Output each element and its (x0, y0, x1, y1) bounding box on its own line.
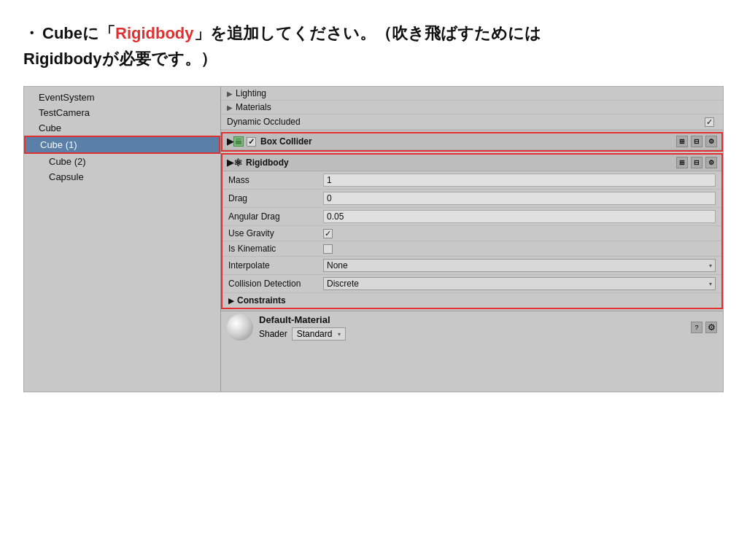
collision-detection-value: Discrete (327, 279, 359, 289)
interpolate-label: Interpolate (228, 260, 323, 271)
box-collider-header[interactable]: ▶ Box Collider ⊞ ⊟ ⚙ (222, 133, 721, 150)
shader-value: Standard (297, 329, 333, 339)
collision-detection-row: Collision Detection Discrete ▾ (222, 275, 721, 293)
material-gear-icon[interactable] (705, 322, 717, 333)
collision-detection-arrow-icon: ▾ (709, 281, 712, 287)
interpolate-dropdown[interactable]: None ▾ (323, 259, 716, 272)
hierarchy-panel: EventSystem TestCamera Cube Cube (1) Cub… (24, 87, 221, 392)
drag-row: Drag 0 (222, 190, 721, 208)
rigidbody-icon: ⚛ (233, 157, 243, 168)
hierarchy-item-eventsystem[interactable]: EventSystem (24, 90, 220, 105)
rigidbody-arrow: ▶ (227, 158, 233, 168)
box-collider-layout-icon[interactable]: ⊞ (676, 136, 688, 147)
interpolate-arrow-icon: ▾ (709, 262, 712, 269)
drag-label: Drag (228, 193, 323, 203)
mass-input[interactable]: 1 (323, 174, 716, 187)
constraints-header[interactable]: ▶ Constraints (222, 293, 721, 308)
hierarchy-item-capsule[interactable]: Capsule (24, 169, 220, 184)
box-collider-icons: ⊞ ⊟ ⚙ (676, 136, 717, 147)
rigidbody-section: ▶ ⚛ Rigidbody ⊞ ⊟ ⚙ Mass 1 Drag 0 (221, 153, 723, 309)
dynamic-occluded-checkbox[interactable] (705, 117, 714, 127)
materials-row[interactable]: ▶ Materials (221, 101, 723, 114)
hierarchy-item-cube2[interactable]: Cube (2) (24, 154, 220, 169)
inspector-panel: ▶ Lighting ▶ Materials Dynamic Occluded … (221, 87, 723, 392)
hierarchy-item-cube1[interactable]: Cube (1) (24, 136, 220, 154)
instruction-text: ・Cubeに「Rigidbody」を追加してください。（吹き飛ばすためには Ri… (0, 0, 747, 86)
interpolate-row: Interpolate None ▾ (222, 257, 721, 275)
constraints-label: Constraints (237, 295, 286, 306)
collision-detection-label: Collision Detection (228, 279, 323, 289)
box-collider-minus-icon[interactable]: ⊟ (691, 136, 703, 147)
keyword-text: Rigidbody (115, 24, 194, 42)
suffix-text: 」を追加してください。（吹き飛ばすためには (194, 24, 541, 42)
lighting-label: Lighting (236, 88, 266, 98)
rigidbody-gear-icon[interactable]: ⚙ (705, 157, 717, 168)
box-collider-arrow: ▶ (227, 136, 233, 147)
bullet: ・ (23, 24, 39, 42)
angular-drag-input[interactable]: 0.05 (323, 210, 716, 223)
box-collider-section: ▶ Box Collider ⊞ ⊟ ⚙ (221, 132, 723, 152)
constraints-arrow: ▶ (228, 297, 234, 305)
material-info: Default-Material Shader Standard ▾ (259, 314, 685, 341)
is-kinematic-checkbox[interactable] (323, 244, 333, 254)
material-name: Default-Material (259, 314, 685, 325)
lighting-arrow: ▶ (227, 90, 233, 98)
prefix-text: Cubeに「 (42, 24, 115, 42)
box-collider-icon (233, 136, 244, 147)
lighting-row[interactable]: ▶ Lighting (221, 87, 723, 101)
hierarchy-item-cube[interactable]: Cube (24, 120, 220, 136)
rigidbody-icons: ⊞ ⊟ ⚙ (676, 157, 717, 168)
top-sections: ▶ Lighting ▶ Materials Dynamic Occluded (221, 87, 723, 131)
material-icons: ? (691, 322, 717, 333)
material-section: Default-Material Shader Standard ▾ ? (221, 311, 723, 343)
material-sphere-preview (227, 314, 253, 341)
line2-text: Rigidbodyが必要です。） (23, 50, 217, 68)
hierarchy-item-testcamera[interactable]: TestCamera (24, 105, 220, 120)
box-collider-checkbox[interactable] (247, 137, 256, 147)
is-kinematic-row: Is Kinematic (222, 241, 721, 257)
dynamic-occluded-row: Dynamic Occluded (221, 114, 723, 130)
box-collider-label: Box Collider (260, 136, 312, 147)
materials-label: Materials (236, 102, 271, 112)
use-gravity-checkbox[interactable] (323, 229, 333, 238)
rigidbody-label: Rigidbody (246, 158, 289, 168)
angular-drag-row: Angular Drag 0.05 (222, 208, 721, 226)
rigidbody-minus-icon[interactable]: ⊟ (691, 157, 703, 168)
angular-drag-label: Angular Drag (228, 211, 323, 222)
material-help-icon[interactable]: ? (691, 322, 703, 333)
svg-rect-0 (235, 138, 242, 145)
use-gravity-row: Use Gravity (222, 226, 721, 241)
rigidbody-layout-icon[interactable]: ⊞ (676, 157, 688, 168)
mass-label: Mass (228, 175, 323, 185)
screenshot-container: EventSystem TestCamera Cube Cube (1) Cub… (23, 86, 724, 392)
use-gravity-label: Use Gravity (228, 228, 323, 238)
is-kinematic-label: Is Kinematic (228, 244, 323, 254)
materials-arrow: ▶ (227, 104, 233, 112)
interpolate-value: None (327, 260, 348, 271)
mass-row: Mass 1 (222, 171, 721, 190)
box-collider-gear-icon[interactable]: ⚙ (705, 136, 717, 147)
shader-row: Shader Standard ▾ (259, 327, 685, 341)
shader-dropdown[interactable]: Standard ▾ (292, 327, 347, 341)
collision-detection-dropdown[interactable]: Discrete ▾ (323, 277, 716, 290)
drag-input[interactable]: 0 (323, 192, 716, 205)
shader-dropdown-arrow-icon: ▾ (338, 331, 341, 338)
shader-label: Shader (259, 329, 287, 339)
rigidbody-header[interactable]: ▶ ⚛ Rigidbody ⊞ ⊟ ⚙ (222, 155, 721, 171)
dynamic-occluded-label: Dynamic Occluded (227, 117, 705, 127)
